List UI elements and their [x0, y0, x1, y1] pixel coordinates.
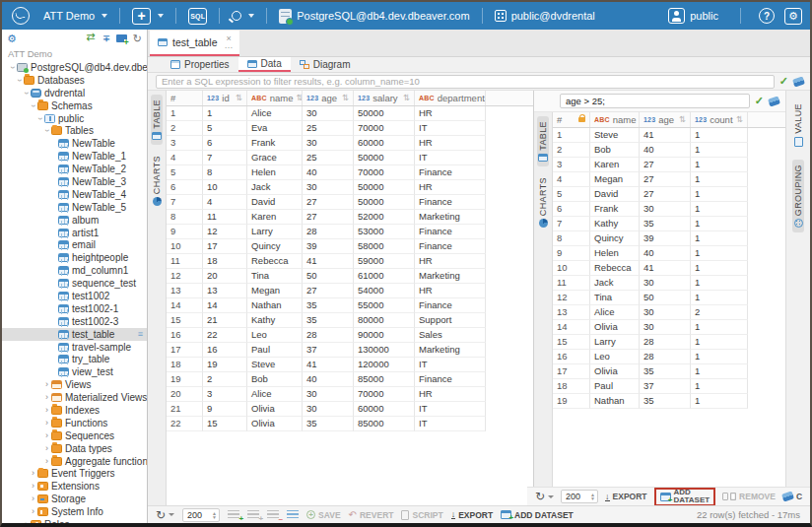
data-grid-rownum-cell[interactable]: 6 [167, 180, 203, 195]
data-grid-cell[interactable]: 25 [303, 121, 354, 136]
grouping-grid-row[interactable]: 15Larry281 [553, 335, 785, 350]
grouping-grid-cell[interactable]: 1 [691, 364, 748, 379]
sync-connection-icon[interactable] [86, 34, 97, 43]
grouping-grid-cell[interactable]: 50 [640, 291, 691, 305]
grouping-grid-cell[interactable]: 1 [691, 202, 748, 217]
data-grid-cell[interactable]: 13 [203, 284, 247, 298]
tree-item-sequences[interactable]: ›Sequences [2, 429, 147, 442]
data-grid-cell[interactable]: Finance [415, 195, 486, 210]
grouping-grid-cell[interactable]: Nathan [590, 394, 640, 409]
data-grid-cell[interactable]: Olivia [247, 402, 303, 417]
grouping-grid-rownum-cell[interactable]: 1 [553, 128, 590, 143]
data-grid-rownum-cell[interactable]: 22 [167, 417, 203, 431]
tab-test-table[interactable]: test_table ×… [150, 31, 239, 56]
data-grid-rownum-cell[interactable]: 4 [167, 151, 203, 165]
data-grid-cell[interactable]: Finance [415, 239, 486, 254]
grouping-grid-rownum-cell[interactable]: 17 [553, 364, 590, 379]
grouping-grid-cell[interactable]: Bob [590, 143, 640, 158]
data-grid-cell[interactable]: 2 [203, 372, 247, 387]
tree-item-test1002-1[interactable]: test1002-1 [2, 302, 147, 315]
grouping-grid-rownum-cell[interactable]: 6 [553, 202, 590, 217]
refresh-button[interactable]: ↻ [156, 508, 174, 522]
tree-item-databases[interactable]: ›Databases [2, 74, 147, 87]
tree-item-test-table[interactable]: test_table≡ [2, 328, 147, 341]
data-grid-cell[interactable]: IT [415, 151, 486, 165]
grouping-grid-cell[interactable]: 40 [640, 246, 691, 261]
data-grid-cell[interactable]: Quincy [247, 239, 303, 254]
expand-arrow-icon[interactable]: › [29, 507, 37, 516]
delete-row-icon[interactable] [267, 510, 279, 519]
data-grid-cell[interactable]: Rebecca [247, 254, 303, 269]
grouping-add-dataset-button[interactable]: ADDDATASET [660, 489, 710, 504]
presentation-tab-table[interactable]: TABLE [151, 95, 163, 145]
data-grid-row[interactable]: 192Bob4085000Finance [167, 372, 533, 387]
tree-item-md-column1[interactable]: md_column1 [2, 264, 147, 277]
grouping-grid-row[interactable]: 4Megan271 [553, 172, 785, 187]
data-grid-cell[interactable]: 30 [303, 106, 354, 121]
tab-properties[interactable]: Properties [162, 57, 238, 72]
data-grid-column-header-name[interactable]: ABCname⇅ [247, 91, 303, 105]
grouping-grid-cell[interactable]: 2 [691, 305, 748, 320]
data-grid-cell[interactable]: Megan [247, 284, 303, 298]
data-grid-cell[interactable]: 8 [203, 165, 247, 180]
grouping-grid-cell[interactable]: 1 [691, 246, 748, 261]
data-grid-cell[interactable]: IT [415, 121, 486, 136]
data-grid-cell[interactable]: 130000 [354, 343, 415, 358]
data-grid-cell[interactable]: 60000 [354, 402, 415, 417]
expand-arrow-icon[interactable]: › [22, 520, 31, 523]
data-grid-cell[interactable]: HR [415, 136, 486, 151]
data-grid-cell[interactable]: 19 [203, 358, 247, 372]
grouping-grid-cell[interactable]: Rebecca [590, 261, 640, 276]
data-grid-cell[interactable]: 4 [203, 195, 247, 210]
tree-item-newtable[interactable]: NewTable [2, 137, 147, 150]
panel-tab-value[interactable]: VALUE [792, 99, 804, 152]
data-grid-row[interactable]: 912Larry2853000Finance [167, 225, 533, 239]
tree-item-album[interactable]: album [2, 214, 147, 227]
data-grid-row[interactable]: 2215Olivia3585000IT [167, 417, 533, 431]
tree-item-try-table[interactable]: try_table [2, 353, 147, 365]
grouping-grid-cell[interactable]: 1 [691, 128, 748, 143]
grouping-grid-rownum-cell[interactable]: 19 [553, 394, 590, 409]
grouping-grid-cell[interactable]: 28 [640, 335, 691, 350]
schema-selector[interactable]: public@dvdrental [491, 8, 599, 24]
grouping-grid-cell[interactable]: Olivia [590, 364, 640, 379]
grouping-tab-charts[interactable]: CHARTS [537, 172, 549, 232]
expand-arrow-icon[interactable]: › [42, 406, 51, 415]
data-grid-cell[interactable]: 11 [203, 210, 247, 225]
data-grid-row[interactable]: 219Olivia3060000IT [167, 402, 533, 417]
data-grid-cell[interactable]: David [247, 195, 303, 210]
data-grid-cell[interactable]: 30 [303, 402, 354, 417]
grouping-grid-cell[interactable]: Helen [590, 246, 640, 261]
grouping-grid-cell[interactable]: Alice [590, 305, 640, 320]
collapse-arrow-icon[interactable]: › [35, 114, 44, 123]
data-grid-cell[interactable]: 17 [203, 239, 247, 254]
data-grid-rownum-cell[interactable]: 1 [167, 106, 203, 121]
apply-filter-icon[interactable]: ✓ [779, 75, 788, 88]
data-grid-cell[interactable]: 120000 [354, 358, 415, 372]
connection-selector[interactable]: PostgreSQL@db4.dev.dbeaver.com [275, 7, 473, 26]
data-grid-rownum-cell[interactable]: 20 [167, 387, 203, 402]
data-grid-cell[interactable]: Tina [247, 269, 303, 284]
grouping-fetch-size-input[interactable] [562, 492, 587, 501]
tree-item-indexes[interactable]: ›Indexes [2, 404, 147, 417]
data-grid-cell[interactable]: 70000 [354, 121, 415, 136]
grouping-grid-row[interactable]: 18Paul371 [553, 379, 785, 394]
data-grid-cell[interactable]: 80000 [354, 313, 415, 328]
grouping-grid-cell[interactable]: Steve [590, 128, 640, 143]
data-grid-cell[interactable]: HR [415, 180, 486, 195]
data-grid-row[interactable]: 1819Steve41120000IT [167, 358, 533, 372]
grouping-grid-cell[interactable]: Megan [590, 172, 640, 187]
collapse-arrow-icon[interactable]: › [15, 76, 24, 85]
data-grid-cell[interactable]: 3 [203, 387, 247, 402]
data-grid-cell[interactable]: 12 [203, 225, 247, 239]
grouping-grid-row[interactable]: 16Leo281 [553, 350, 785, 364]
data-grid-cell[interactable]: IT [415, 402, 486, 417]
panel-tab-grouping[interactable]: GROUPING [792, 160, 804, 232]
data-grid-cell[interactable]: 50000 [354, 151, 415, 165]
grouping-grid-row[interactable]: 1Steve411 [553, 128, 785, 143]
grouping-grid-cell[interactable]: 41 [640, 128, 691, 143]
tree-item-schemas[interactable]: ›Schemas [2, 99, 147, 112]
tree-item-storage[interactable]: ›Storage [2, 493, 147, 505]
grouping-grid-cell[interactable]: 35 [640, 364, 691, 379]
expand-arrow-icon[interactable]: › [42, 393, 51, 402]
